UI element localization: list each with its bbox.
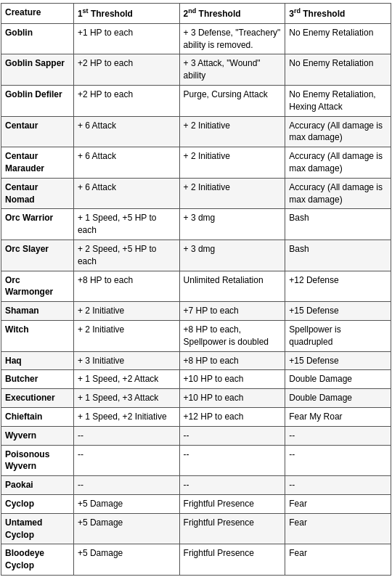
creature-name: Goblin Defiler xyxy=(1,85,74,116)
threshold-2: -- xyxy=(179,426,285,445)
threshold-2: + 3 dmg xyxy=(179,240,285,271)
table-row: Centaur Marauder+ 6 Attack+ 2 Initiative… xyxy=(1,147,391,179)
table-row: Witch+ 2 Initiative+8 HP to each, Spellp… xyxy=(1,320,391,351)
threshold-2: -- xyxy=(179,445,285,476)
threshold-3: Fear xyxy=(285,513,391,544)
creature-name: Goblin xyxy=(1,23,74,54)
table-row: Poisonous Wyvern------ xyxy=(1,445,391,476)
creature-name: Orc Warrior xyxy=(1,209,74,240)
threshold-3: No Enemy Retaliation, Hexing Attack xyxy=(285,85,391,116)
creature-name: Bloodeye Cyclop xyxy=(1,544,74,576)
threshold-2: Frightful Presence xyxy=(179,494,285,513)
threshold-3: -- xyxy=(285,426,391,445)
threshold-3: Fear xyxy=(285,494,391,513)
threshold-3: Accuracy (All damage is max damage) xyxy=(285,116,391,147)
threshold-1: + 1 Speed, +2 Attack xyxy=(73,370,179,389)
table-row: Goblin Sapper+2 HP to each+ 3 Attack, "W… xyxy=(1,54,391,86)
threshold-3: Bash xyxy=(285,209,391,240)
threshold-3: Fear xyxy=(285,544,391,576)
table-row: Orc Warmonger+8 HP to eachUnlimited Reta… xyxy=(1,271,391,302)
table-row: Bloodeye Cyclop+5 DamageFrightful Presen… xyxy=(1,544,391,576)
threshold-3: No Enemy Retaliation xyxy=(285,23,391,54)
creature-name: Butcher xyxy=(1,370,74,389)
creature-name: Witch xyxy=(1,320,74,351)
threshold-3: Double Damage xyxy=(285,389,391,408)
table-row: Centaur Nomad+ 6 Attack+ 2 InitiativeAcc… xyxy=(1,178,391,209)
table-row: Orc Slayer+ 2 Speed, +5 HP to each+ 3 dm… xyxy=(1,240,391,271)
creature-name: Wyvern xyxy=(1,426,74,445)
threshold-1: -- xyxy=(73,476,179,495)
creature-name: Centaur Marauder xyxy=(1,147,74,179)
creature-name: Paokai xyxy=(1,476,74,495)
table-row: Goblin Defiler+2 HP to eachPurge, Cursin… xyxy=(1,85,391,116)
table-row: Centaur+ 6 Attack+ 2 InitiativeAccuracy … xyxy=(1,116,391,147)
creature-name: Orc Slayer xyxy=(1,240,74,271)
creature-name: Poisonous Wyvern xyxy=(1,445,74,476)
table-row: Wyvern------ xyxy=(1,426,391,445)
table-row: Executioner+ 1 Speed, +3 Attack+10 HP to… xyxy=(1,389,391,408)
threshold-1: + 3 Initiative xyxy=(73,351,179,370)
threshold-1: + 1 Speed, +5 HP to each xyxy=(73,209,179,240)
table-row: Cyclop+5 DamageFrightful PresenceFear xyxy=(1,494,391,513)
threshold-1: + 1 Speed, +2 Initiative xyxy=(73,407,179,426)
creature-name: Centaur Nomad xyxy=(1,178,74,209)
threshold-1: +2 HP to each xyxy=(73,54,179,86)
table-row: Chieftain+ 1 Speed, +2 Initiative+12 HP … xyxy=(1,407,391,426)
threshold-1: +8 HP to each xyxy=(73,271,179,302)
table-row: Orc Warrior+ 1 Speed, +5 HP to each+ 3 d… xyxy=(1,209,391,240)
threshold-2: Frightful Presence xyxy=(179,513,285,544)
creature-name: Untamed Cyclop xyxy=(1,513,74,544)
col-header-threshold-1: 1st Threshold xyxy=(73,4,179,24)
threshold-3: Bash xyxy=(285,240,391,271)
threshold-1: + 2 Speed, +5 HP to each xyxy=(73,240,179,271)
col-header-threshold-3: 3rd Threshold xyxy=(285,4,391,24)
threshold-1: +5 Damage xyxy=(73,513,179,544)
threshold-1: -- xyxy=(73,445,179,476)
col-header-creature: Creature xyxy=(1,4,74,24)
threshold-3: Double Damage xyxy=(285,370,391,389)
creature-name: Chieftain xyxy=(1,407,74,426)
threshold-3: No Enemy Retaliation xyxy=(285,54,391,86)
threshold-1: + 2 Initiative xyxy=(73,302,179,321)
creature-thresholds-table: Creature 1st Threshold 2nd Threshold 3rd… xyxy=(1,3,391,576)
creature-name: Goblin Sapper xyxy=(1,54,74,86)
threshold-3: Spellpower is quadrupled xyxy=(285,320,391,351)
threshold-2: Unlimited Retaliation xyxy=(179,271,285,302)
table-row: Haq+ 3 Initiative+8 HP to each+15 Defens… xyxy=(1,351,391,370)
threshold-2: +7 HP to each xyxy=(179,302,285,321)
threshold-1: + 2 Initiative xyxy=(73,320,179,351)
threshold-2: +10 HP to each xyxy=(179,389,285,408)
creature-name: Haq xyxy=(1,351,74,370)
threshold-2: + 3 Defense, "Treachery" ability is remo… xyxy=(179,23,285,54)
creature-name: Orc Warmonger xyxy=(1,271,74,302)
threshold-2: Frightful Presence xyxy=(179,544,285,576)
threshold-2: +8 HP to each, Spellpower is doubled xyxy=(179,320,285,351)
threshold-2: + 3 dmg xyxy=(179,209,285,240)
threshold-1: -- xyxy=(73,426,179,445)
threshold-2: +12 HP to each xyxy=(179,407,285,426)
threshold-2: +10 HP to each xyxy=(179,370,285,389)
threshold-3: Accuracy (All damage is max damage) xyxy=(285,178,391,209)
threshold-3: +12 Defense xyxy=(285,271,391,302)
threshold-2: + 2 Initiative xyxy=(179,147,285,179)
table-row: Butcher+ 1 Speed, +2 Attack+10 HP to eac… xyxy=(1,370,391,389)
threshold-1: + 1 Speed, +3 Attack xyxy=(73,389,179,408)
creature-name: Shaman xyxy=(1,302,74,321)
threshold-2: + 2 Initiative xyxy=(179,116,285,147)
threshold-3: -- xyxy=(285,476,391,495)
threshold-2: +8 HP to each xyxy=(179,351,285,370)
creature-name: Executioner xyxy=(1,389,74,408)
threshold-1: + 6 Attack xyxy=(73,116,179,147)
threshold-3: Accuracy (All damage is max damage) xyxy=(285,147,391,179)
threshold-2: + 3 Attack, "Wound" ability xyxy=(179,54,285,86)
threshold-3: +15 Defense xyxy=(285,351,391,370)
col-header-threshold-2: 2nd Threshold xyxy=(179,4,285,24)
table-row: Goblin+1 HP to each+ 3 Defense, "Treache… xyxy=(1,23,391,54)
threshold-1: +2 HP to each xyxy=(73,85,179,116)
creature-name: Centaur xyxy=(1,116,74,147)
table-row: Paokai------ xyxy=(1,476,391,495)
threshold-1: + 6 Attack xyxy=(73,178,179,209)
threshold-3: -- xyxy=(285,445,391,476)
threshold-3: +15 Defense xyxy=(285,302,391,321)
threshold-2: + 2 Initiative xyxy=(179,178,285,209)
